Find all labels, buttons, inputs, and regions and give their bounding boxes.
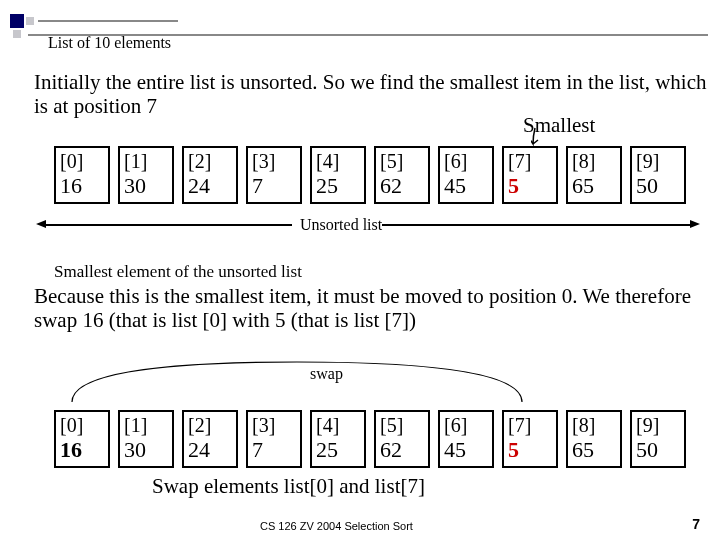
array-cell: [9]50 (630, 146, 686, 204)
array-cell: [2]24 (182, 146, 238, 204)
unsorted-list-label: Unsorted list (300, 216, 382, 234)
array-cell: [5]62 (374, 410, 430, 468)
array-cell: [4]25 (310, 146, 366, 204)
swap-label: swap (310, 365, 343, 383)
array-row-swap: [0]16 [1]30 [2]24 [3]7 [4]25 [5]62 [6]45… (54, 410, 686, 468)
array-cell: [3]7 (246, 146, 302, 204)
array-cell-smallest: [7]5 (502, 146, 558, 204)
array-cell: [6]45 (438, 146, 494, 204)
arrow-left-icon (36, 220, 46, 228)
array-cell: [2]24 (182, 410, 238, 468)
array-cell: [3]7 (246, 410, 302, 468)
array-row-initial: [0]16 [1]30 [2]24 [3]7 [4]25 [5]62 [6]45… (54, 146, 686, 204)
arrow-right-icon (690, 220, 700, 228)
range-arrow-left (44, 224, 292, 226)
array-cell: [6]45 (438, 410, 494, 468)
array-cell: [5]62 (374, 146, 430, 204)
array-cell: [0]16 (54, 146, 110, 204)
footer-text: CS 126 ZV 2004 Selection Sort (260, 520, 413, 532)
array-cell-swap-a: [0]16 (54, 410, 110, 468)
intro-text: Initially the entire list is unsorted. S… (34, 70, 714, 118)
array-cell: [1]30 (118, 146, 174, 204)
array-cell: [8]65 (566, 146, 622, 204)
smallest-caption: Smallest element of the unsorted list (54, 262, 720, 282)
explain-text: Because this is the smallest item, it mu… (34, 284, 714, 332)
array-cell: [4]25 (310, 410, 366, 468)
slide-subtitle: List of 10 elements (48, 34, 171, 52)
array-cell: [8]65 (566, 410, 622, 468)
arrow-down-icon (531, 126, 563, 146)
array-cell-swap-b: [7]5 (502, 410, 558, 468)
array-cell: [1]30 (118, 410, 174, 468)
page-number: 7 (692, 516, 700, 532)
array-cell: [9]50 (630, 410, 686, 468)
swap-caption: Swap elements list[0] and list[7] (152, 474, 425, 499)
range-arrow-right (382, 224, 692, 226)
swap-bracket-icon (62, 352, 532, 402)
